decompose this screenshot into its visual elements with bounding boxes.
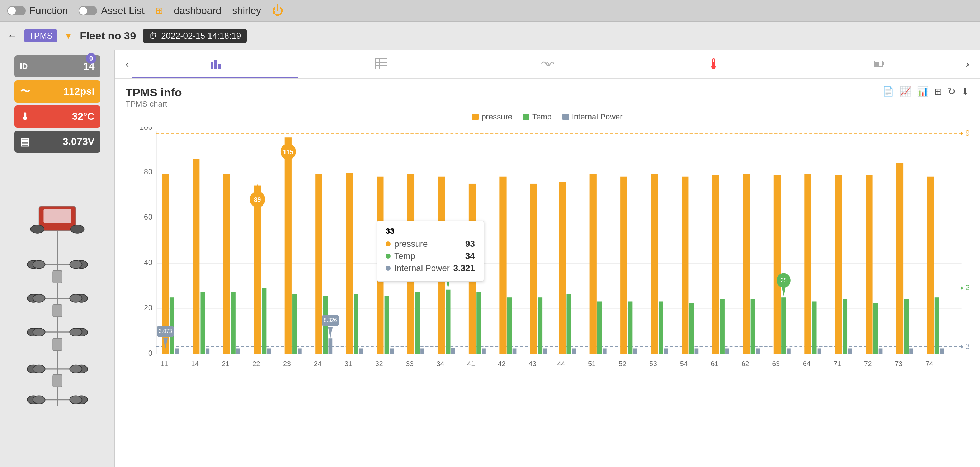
svg-rect-116 [507,297,512,354]
svg-text:80: 80 [144,167,153,176]
tab-wave[interactable] [465,50,631,78]
svg-text:41: 41 [468,360,475,368]
svg-text:25: 25 [781,277,787,283]
dropdown-arrow[interactable]: ▼ [64,31,73,41]
layers-icon[interactable]: ⊞ [934,86,942,97]
svg-rect-46 [883,62,884,65]
svg-rect-172 [935,297,939,354]
svg-rect-168 [904,300,908,354]
alert-badge: 0 [86,53,97,64]
tab-next-button[interactable]: › [963,59,973,70]
svg-rect-165 [879,348,883,354]
svg-text:34: 34 [437,360,444,368]
refresh-icon[interactable]: ↻ [948,86,956,97]
svg-rect-36 [218,64,221,69]
svg-rect-89 [298,348,302,354]
svg-rect-84 [262,288,267,354]
tab-battery[interactable] [796,50,963,78]
svg-rect-100 [385,296,389,354]
tooltip-power-row: Internal Power 3.321 [386,263,475,273]
svg-text:33: 33 [406,360,413,368]
svg-rect-124 [566,294,571,354]
svg-rect-93 [329,338,332,354]
top-header: Function Asset List ⊞ dashboard shirley … [0,0,980,22]
svg-text:44: 44 [557,360,565,368]
dashboard-label: dashboard [174,5,221,16]
back-button[interactable]: ← [7,30,17,41]
pressure-value: 112psi [63,86,94,97]
svg-rect-34 [210,62,213,69]
svg-rect-104 [415,292,420,354]
svg-rect-81 [236,348,240,354]
tooltip-power-label: Internal Power [394,263,450,273]
tab-bar-chart[interactable] [132,50,298,78]
svg-text:23: 23 [283,360,291,368]
download-icon[interactable]: ⬇ [961,86,969,97]
power-icon[interactable]: ⏻ [272,4,283,17]
volt-stat-row[interactable]: ▤ 3.073V [14,130,100,153]
svg-rect-1 [43,209,71,223]
legend-pressure: pressure [472,112,512,122]
svg-rect-159 [835,175,842,354]
svg-text:74: 74 [926,360,933,368]
svg-rect-169 [909,348,913,354]
tab-thermometer[interactable] [630,50,796,78]
volt-value: 3.073V [63,136,95,148]
svg-rect-149 [756,348,760,354]
svg-text:71: 71 [834,360,841,368]
main-area: 0 ID 14 〜 112psi 🌡 32°C ▤ 3.073V [0,50,980,467]
svg-text:14: 14 [191,360,199,368]
legend-temp-dot [523,114,530,120]
svg-rect-109 [451,348,455,354]
svg-rect-173 [940,348,944,354]
tooltip-power-val: 3.321 [453,263,475,273]
svg-point-3 [70,225,84,234]
pressure-icon: 〜 [20,85,30,98]
svg-text:3.073: 3.073 [159,328,172,334]
chart-title-group: TPMS info TPMS chart [126,86,181,109]
legend-power-label: Internal Power [572,112,623,122]
svg-rect-155 [804,174,811,354]
report-icon[interactable]: 📄 [883,86,894,97]
tab-prev-button[interactable]: ‹ [122,59,132,70]
function-label: Function [29,5,68,16]
tab-table[interactable] [298,50,465,78]
temp-stat-row[interactable]: 🌡 32°C [14,105,100,128]
left-panel: 0 ID 14 〜 112psi 🌡 32°C ▤ 3.073V [0,50,115,467]
svg-text:60: 60 [144,212,153,222]
pressure-stat-row[interactable]: 〜 112psi [14,80,100,103]
svg-text:31: 31 [344,360,352,368]
chart-title: TPMS info [126,86,181,99]
svg-rect-28 [53,375,62,387]
svg-rect-145 [725,348,729,354]
temp-icon: 🌡 [20,111,30,123]
svg-marker-67 [961,286,963,290]
svg-rect-85 [267,348,271,354]
svg-rect-117 [512,348,517,354]
bar-icon[interactable]: 📊 [917,86,928,97]
tab-bar: ‹ › [115,50,980,79]
tpms-badge[interactable]: TPMS [24,29,57,42]
svg-marker-70 [961,345,963,349]
right-panel: ‹ › TPMS info TPMS chart [115,50,980,467]
svg-point-9 [70,261,82,268]
svg-text:0: 0 [148,348,153,357]
function-toggle-knob [8,7,16,15]
svg-rect-131 [620,177,627,354]
asset-toggle[interactable] [78,6,97,16]
svg-rect-123 [559,182,566,354]
svg-text:21: 21 [222,360,229,368]
svg-point-44 [711,65,716,69]
function-toggle[interactable] [7,6,26,16]
svg-text:97.5: 97.5 [965,128,969,137]
svg-rect-105 [420,348,424,354]
svg-rect-47 [875,62,879,66]
svg-point-33 [70,396,82,403]
datetime-value: 2022-02-15 14:18:19 [161,31,241,41]
svg-text:42: 42 [498,360,506,368]
line-chart-icon[interactable]: 📈 [900,86,911,97]
svg-rect-37 [375,59,387,69]
svg-rect-80 [231,292,235,354]
tooltip-temp-label: Temp [394,251,462,261]
svg-rect-143 [713,175,719,354]
